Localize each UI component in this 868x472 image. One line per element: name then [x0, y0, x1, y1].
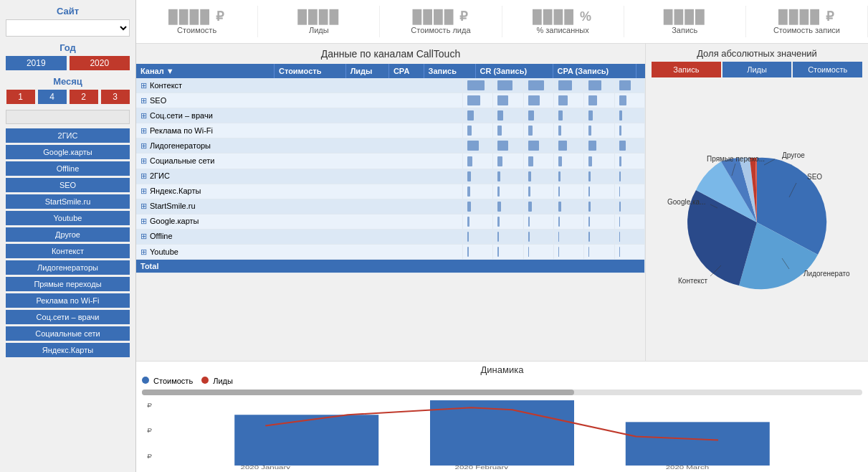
bar-visual	[467, 247, 468, 257]
expand-icon[interactable]: ⊞	[140, 187, 147, 195]
sidebar-item-other[interactable]: Другое	[6, 227, 130, 242]
expand-icon[interactable]: ⊞	[140, 141, 147, 150]
site-dropdown[interactable]: All	[6, 19, 130, 37]
label-context: Контекст	[678, 277, 707, 285]
col-cr[interactable]: CR (Запись)	[475, 64, 553, 78]
expand-icon[interactable]: ⊞	[140, 217, 147, 225]
col-record[interactable]: Запись	[424, 64, 475, 78]
col-channel[interactable]: Канал ▼	[136, 64, 274, 78]
bar-visual	[467, 171, 470, 181]
sidebar-item-seo[interactable]: SEO	[6, 178, 130, 192]
cell-bar	[614, 169, 644, 184]
bar-visual	[528, 141, 539, 151]
metric-cpa-label: Стоимость лида	[411, 26, 470, 34]
donut-btn-cost[interactable]: Стоимость	[793, 62, 862, 77]
cell-bar	[584, 229, 614, 244]
total-label: Total	[136, 260, 645, 273]
metric-leads: ████ Лиды	[258, 6, 380, 37]
metric-cpa-value: ████ ₽	[412, 9, 469, 24]
month-1-button[interactable]: 1	[6, 90, 35, 104]
metric-cost-value: ████ ₽	[168, 9, 225, 24]
donut-chart-container: SEO Лидогенераторы Контекст Google.ка...…	[652, 83, 862, 361]
col-leads[interactable]: Лиды	[345, 64, 388, 78]
legend-leads-label: Лиды	[213, 377, 233, 385]
sidebar-item-soc-doctors[interactable]: Соц.сети – врачи	[6, 310, 130, 324]
donut-btn-record[interactable]: Запись	[652, 62, 721, 77]
cell-bar	[554, 78, 584, 93]
sidebar-item-lidogen[interactable]: Лидогенераторы	[6, 260, 130, 275]
col-cpa-record[interactable]: CPA (Запись)	[553, 64, 636, 78]
bar-visual	[588, 156, 591, 166]
year-2019-button[interactable]: 2019	[6, 56, 67, 70]
expand-icon[interactable]: ⊞	[140, 232, 147, 240]
expand-icon[interactable]: ⊞	[140, 171, 147, 180]
cell-channel-name: ⊞Offline	[136, 229, 463, 244]
bar-visual	[619, 232, 620, 242]
month-3-button[interactable]: 3	[101, 90, 130, 104]
bar-visual	[528, 126, 533, 136]
table-row: ⊞Offline	[136, 229, 645, 244]
expand-icon[interactable]: ⊞	[140, 156, 147, 165]
sidebar-item-context[interactable]: Контекст	[6, 244, 130, 258]
sidebar-item-offline[interactable]: Offline	[6, 161, 130, 176]
sidebar-item-startsmile[interactable]: StartSmile.ru	[6, 194, 130, 209]
cell-bar	[493, 199, 523, 214]
bar-visual	[467, 80, 484, 90]
sidebar-item-yandex-maps[interactable]: Яндекс.Карты	[6, 343, 130, 357]
expand-icon[interactable]: ⊞	[140, 96, 147, 105]
cell-bar	[463, 245, 493, 260]
year-2020-button[interactable]: 2020	[70, 56, 130, 70]
bar-visual	[467, 232, 469, 242]
sidebar: Сайт All Год 2019 2020 Месяц 1 4 2 3 2ГИ…	[0, 0, 136, 472]
sidebar-item-google-maps[interactable]: Google.карты	[6, 145, 130, 159]
expand-icon[interactable]: ⊞	[140, 111, 147, 120]
chart-scrollbar[interactable]	[142, 390, 862, 395]
bar-visual	[528, 232, 530, 242]
cell-bar	[584, 138, 614, 154]
label-seo: SEO	[807, 173, 822, 181]
x-label-jan: 2020 January	[241, 464, 290, 469]
cell-bar	[554, 154, 584, 169]
table-wrapper[interactable]: ⊞Контекст⊞SEO⊞Соц.сети – врачи⊞Реклама п…	[136, 78, 645, 361]
bar-visual	[528, 156, 533, 166]
metric-leads-label: Лиды	[309, 26, 329, 34]
bar-visual	[558, 156, 562, 166]
bar-visual	[619, 187, 620, 197]
sidebar-item-direct[interactable]: Прямые переходы	[6, 277, 130, 291]
cell-bar	[584, 214, 614, 229]
bar-visual	[619, 171, 621, 181]
expand-icon[interactable]: ⊞	[140, 126, 147, 135]
expand-icon[interactable]: ⊞	[140, 81, 147, 90]
chart-area: ₽ ₽ ₽ 2020 January 2020 February 2020 Ma…	[142, 397, 862, 469]
cell-bar	[463, 123, 493, 138]
bar-visual	[619, 247, 620, 257]
y-label-1: ₽	[147, 402, 153, 409]
bar-visual	[497, 202, 500, 212]
month-4-button[interactable]: 4	[38, 90, 67, 104]
bar-visual	[467, 141, 479, 151]
sidebar-item-wifi[interactable]: Реклама по Wi-Fi	[6, 293, 130, 308]
cell-bar	[463, 169, 493, 184]
label-google: Google.ка...	[667, 198, 706, 206]
sidebar-item-social[interactable]: Социальные сети	[6, 326, 130, 341]
table-row: ⊞Контекст	[136, 78, 645, 93]
bar-january	[234, 415, 378, 466]
bar-visual	[528, 247, 529, 257]
cell-bar	[584, 169, 614, 184]
bar-visual	[558, 171, 561, 181]
cell-bar	[523, 123, 553, 138]
cell-bar	[493, 245, 523, 260]
expand-icon[interactable]: ⊞	[140, 247, 147, 256]
col-cost[interactable]: Стоимость	[274, 64, 345, 78]
donut-btn-leads[interactable]: Лиды	[722, 62, 792, 77]
col-cpa[interactable]: CPA	[388, 64, 424, 78]
sidebar-search-input[interactable]	[6, 110, 130, 124]
bar-visual	[558, 187, 560, 197]
donut-buttons: Запись Лиды Стоимость	[652, 62, 862, 77]
col-scroll	[636, 64, 646, 78]
sidebar-item-youtube[interactable]: Youtube	[6, 211, 130, 225]
sidebar-item-2gis[interactable]: 2ГИС	[6, 128, 130, 143]
expand-icon[interactable]: ⊞	[140, 202, 147, 210]
month-2-button[interactable]: 2	[70, 90, 98, 104]
cell-bar	[463, 199, 493, 214]
